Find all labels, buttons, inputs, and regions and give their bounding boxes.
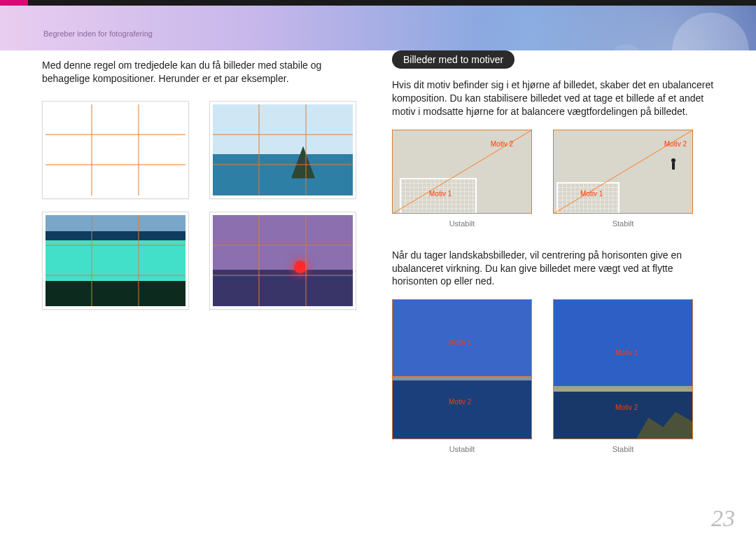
paragraph: Når du tager landskabsbilleder, vil cent… [392,249,721,289]
rule-of-thirds-grid [213,215,353,306]
rule-of-thirds-grid [46,215,186,306]
card-image: Motiv 1 Motiv 2 [553,130,693,214]
horizon-line [554,387,692,388]
right-column: Billeder med to motiver Hvis dit motiv b… [378,50,756,536]
intro-text: Med denne regel om tredjedele kan du få … [42,59,364,85]
card-image: Motiv 1 Motiv 2 [553,299,693,439]
card-image: Motiv 1 Motiv 2 [392,299,532,439]
caption: Stabilt [553,445,693,453]
example-thumb [209,101,356,199]
motiv-label: Motiv 1 [429,190,451,198]
thumb-image [46,215,186,306]
horizon-line [393,376,531,377]
thumb-image [46,104,186,195]
motiv-label: Motiv 2 [491,140,513,148]
section-heading-pill: Billeder med to motiver [392,50,514,69]
left-column: Med denne regel om tredjedele kan du få … [0,50,378,536]
paragraph: Hvis dit motiv befinder sig i et hjørne … [392,78,721,118]
caption: Stabilt [553,219,693,228]
caption: Ustabilt [392,219,532,228]
motiv-label: Motiv 1 [580,190,603,198]
motiv-label: Motiv 2 [664,140,687,148]
section-label: Begreber inden for fotografering [43,29,153,38]
example-thumb [209,212,356,310]
motiv-label: Motiv 2 [615,404,638,411]
caption: Ustabilt [392,445,532,453]
example-card: Motiv 1 Motiv 2 Stabilt [553,130,693,228]
example-grid [42,101,364,310]
rocks-shape [636,400,692,439]
image-pair: Motiv 1 Motiv 2 Ustabilt Motiv 1 Motiv 2… [392,299,721,453]
thumb-image [213,215,353,306]
rule-of-thirds-grid [213,104,353,195]
example-card: Motiv 1 Motiv 2 Ustabilt [392,299,532,453]
motiv-label: Motiv 1 [449,338,471,346]
thumb-image [213,104,353,195]
example-card: Motiv 1 Motiv 2 Stabilt [553,299,693,453]
example-card: Motiv 1 Motiv 2 Ustabilt [392,130,532,228]
page-number: 23 [711,505,735,532]
accent-strip [0,0,28,6]
motiv-label: Motiv 2 [449,398,471,406]
page-body: Med denne regel om tredjedele kan du få … [0,50,756,536]
top-bar [0,0,756,6]
header-gradient: Begreber inden for fotografering [0,6,756,50]
image-pair: Motiv 1 Motiv 2 Ustabilt Motiv 1 Motiv 2… [392,130,721,228]
motiv-label: Motiv 1 [615,349,638,357]
card-image: Motiv 1 Motiv 2 [392,130,532,214]
rule-of-thirds-grid [46,104,186,195]
example-thumb [42,101,189,199]
example-thumb [42,212,189,310]
